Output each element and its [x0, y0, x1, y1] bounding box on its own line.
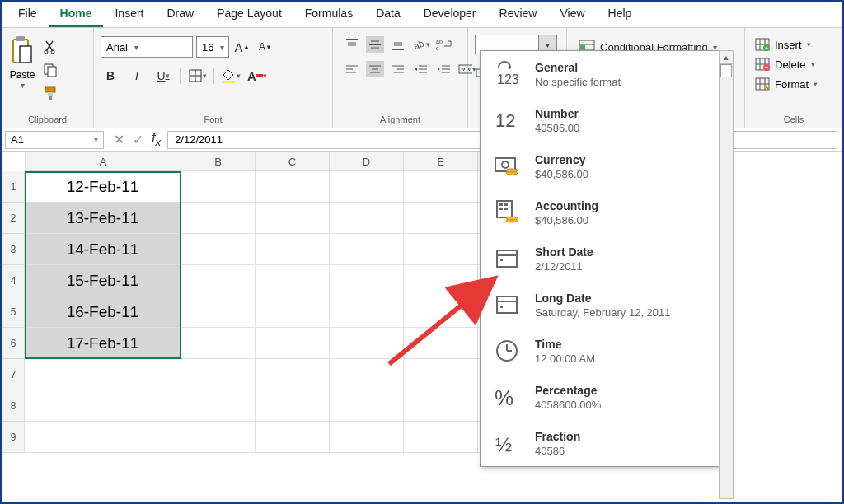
increase-font-icon[interactable]: A▲: [232, 37, 252, 57]
cell-A5[interactable]: 16-Feb-11: [25, 296, 181, 328]
tab-insert[interactable]: Insert: [103, 2, 155, 27]
tab-developer[interactable]: Developer: [412, 2, 488, 27]
font-size-dropdown[interactable]: 16: [196, 36, 229, 58]
cell-A8[interactable]: [25, 390, 181, 422]
cell-C4[interactable]: [256, 265, 330, 296]
cell-D3[interactable]: [330, 234, 404, 265]
row-header-8[interactable]: 8: [2, 390, 25, 422]
format-option-accounting[interactable]: Accounting$40,586.00: [481, 189, 719, 236]
paste-icon[interactable]: [8, 35, 36, 68]
cell-E7[interactable]: [404, 359, 478, 390]
font-color-icon[interactable]: A▾: [247, 66, 267, 86]
tab-page-layout[interactable]: Page Layout: [205, 2, 293, 27]
wrap-text-icon[interactable]: abc: [435, 36, 453, 53]
column-header-B[interactable]: B: [181, 152, 256, 171]
cell-B8[interactable]: [181, 390, 256, 422]
row-header-3[interactable]: 3: [2, 234, 25, 265]
column-header-D[interactable]: D: [330, 152, 404, 171]
borders-icon[interactable]: ▾: [187, 66, 207, 86]
cell-B1[interactable]: [181, 171, 256, 203]
cell-C1[interactable]: [256, 171, 330, 203]
align-bottom-icon[interactable]: [389, 36, 407, 53]
cell-E4[interactable]: [404, 265, 478, 296]
cell-A3[interactable]: 14-Feb-11: [25, 234, 181, 265]
cell-C5[interactable]: [256, 296, 330, 328]
tab-file[interactable]: File: [7, 2, 49, 27]
cell-E3[interactable]: [404, 234, 478, 265]
cell-B3[interactable]: [181, 234, 256, 265]
cell-E8[interactable]: [404, 390, 478, 422]
row-header-2[interactable]: 2: [2, 203, 25, 234]
cell-C3[interactable]: [256, 234, 330, 265]
underline-button[interactable]: U ▾: [153, 66, 173, 86]
cell-D7[interactable]: [330, 359, 404, 390]
row-header-4[interactable]: 4: [2, 265, 25, 296]
cell-B4[interactable]: [181, 265, 256, 296]
enter-icon[interactable]: ✓: [133, 132, 143, 147]
fx-icon[interactable]: fx: [152, 131, 161, 148]
column-header-E[interactable]: E: [404, 152, 478, 171]
tab-view[interactable]: View: [548, 2, 596, 27]
row-header-6[interactable]: 6: [2, 328, 25, 359]
decrease-indent-icon[interactable]: [412, 61, 430, 77]
align-top-icon[interactable]: [343, 36, 361, 53]
cell-C7[interactable]: [256, 359, 330, 390]
column-header-A[interactable]: A: [25, 152, 181, 171]
scrollbar-thumb[interactable]: [720, 64, 732, 77]
cell-D9[interactable]: [330, 422, 404, 453]
format-option-shortdate[interactable]: Short Date2/12/2011: [481, 236, 719, 282]
cell-B7[interactable]: [181, 359, 256, 390]
format-option-general[interactable]: 123 GeneralNo specific format: [481, 51, 719, 97]
fill-color-icon[interactable]: ▾: [221, 66, 241, 86]
cell-D2[interactable]: [330, 203, 404, 234]
dropdown-scrollbar[interactable]: ▲: [719, 50, 734, 499]
italic-button[interactable]: I: [127, 66, 147, 86]
cell-D5[interactable]: [330, 296, 404, 328]
cell-B5[interactable]: [181, 296, 256, 328]
cell-D8[interactable]: [330, 390, 404, 422]
align-left-icon[interactable]: [343, 61, 361, 77]
cell-D6[interactable]: [330, 328, 404, 359]
row-header-1[interactable]: 1: [2, 171, 25, 203]
align-right-icon[interactable]: [389, 61, 407, 77]
font-name-dropdown[interactable]: Arial: [101, 36, 193, 58]
cell-A4[interactable]: 15-Feb-11: [25, 265, 181, 296]
chevron-down-icon[interactable]: ▾: [21, 81, 25, 90]
tab-formulas[interactable]: Formulas: [293, 2, 364, 27]
format-option-fraction[interactable]: ½ Fraction40586: [481, 420, 719, 466]
copy-icon[interactable]: [41, 61, 59, 79]
name-box[interactable]: A1: [5, 131, 104, 149]
tab-review[interactable]: Review: [488, 2, 549, 27]
cell-E1[interactable]: [404, 171, 478, 203]
tab-data[interactable]: Data: [364, 2, 412, 27]
tab-home[interactable]: Home: [49, 2, 104, 27]
cell-E9[interactable]: [404, 422, 478, 453]
tab-help[interactable]: Help: [597, 2, 644, 27]
cell-C6[interactable]: [256, 328, 330, 359]
row-header-7[interactable]: 7: [2, 359, 25, 390]
format-cells-button[interactable]: Format▾: [752, 76, 821, 92]
cell-A1[interactable]: 12-Feb-11: [25, 171, 181, 203]
cell-E2[interactable]: [404, 203, 478, 234]
format-option-time[interactable]: Time12:00:00 AM: [481, 328, 719, 374]
tab-draw[interactable]: Draw: [155, 2, 205, 27]
cell-D1[interactable]: [330, 171, 404, 203]
insert-cells-button[interactable]: +Insert▾: [752, 36, 821, 53]
cell-A2[interactable]: 13-Feb-11: [25, 203, 181, 234]
decrease-font-icon[interactable]: A▼: [256, 37, 275, 57]
format-option-number[interactable]: 12 Number40586.00: [481, 97, 719, 143]
row-header-9[interactable]: 9: [2, 422, 25, 453]
format-painter-icon[interactable]: [41, 84, 59, 102]
format-option-longdate[interactable]: Long DateSaturday, February 12, 2011: [481, 282, 719, 328]
orientation-icon[interactable]: ab▾: [412, 36, 430, 53]
cell-B2[interactable]: [181, 203, 256, 234]
cancel-icon[interactable]: ✕: [114, 132, 124, 147]
cell-D4[interactable]: [330, 265, 404, 296]
cell-C2[interactable]: [256, 203, 330, 234]
paste-button[interactable]: Paste: [10, 69, 35, 81]
delete-cells-button[interactable]: Delete▾: [752, 56, 821, 72]
cell-A7[interactable]: [25, 359, 181, 390]
cell-B6[interactable]: [181, 328, 256, 359]
format-option-percentage[interactable]: % Percentage4058600.00%: [481, 374, 719, 420]
cell-C8[interactable]: [256, 390, 330, 422]
